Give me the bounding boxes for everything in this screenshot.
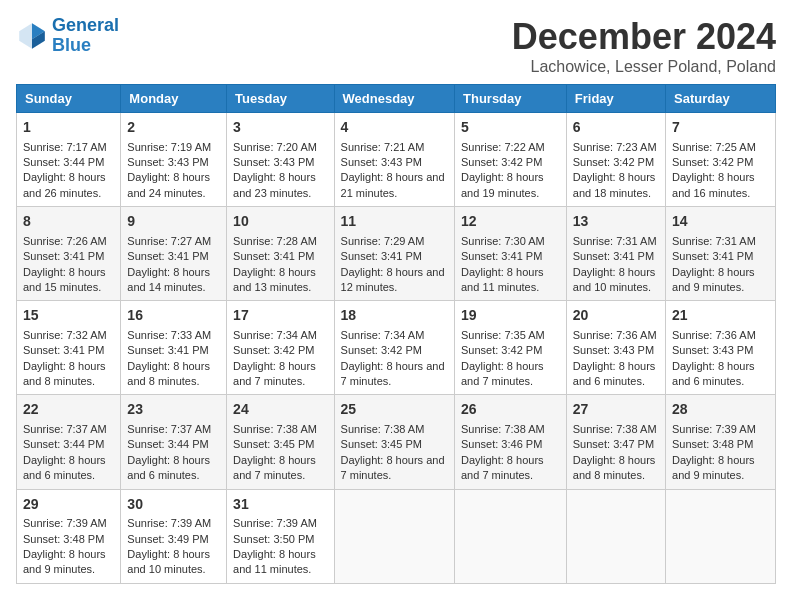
sunrise-text: Sunrise: 7:20 AM — [233, 141, 317, 153]
day-number: 28 — [672, 400, 769, 420]
day-number: 26 — [461, 400, 560, 420]
sunset-text: Sunset: 3:42 PM — [461, 344, 542, 356]
calendar-cell: 4Sunrise: 7:21 AMSunset: 3:43 PMDaylight… — [334, 113, 454, 207]
calendar-cell: 29Sunrise: 7:39 AMSunset: 3:48 PMDayligh… — [17, 489, 121, 583]
sunset-text: Sunset: 3:42 PM — [341, 344, 422, 356]
daylight-text: Daylight: 8 hours and 7 minutes. — [341, 454, 445, 481]
day-number: 5 — [461, 118, 560, 138]
sunset-text: Sunset: 3:41 PM — [23, 344, 104, 356]
calendar-cell: 11Sunrise: 7:29 AMSunset: 3:41 PMDayligh… — [334, 207, 454, 301]
col-header-monday: Monday — [121, 85, 227, 113]
daylight-text: Daylight: 8 hours and 7 minutes. — [461, 360, 544, 387]
calendar-cell: 1Sunrise: 7:17 AMSunset: 3:44 PMDaylight… — [17, 113, 121, 207]
sunrise-text: Sunrise: 7:21 AM — [341, 141, 425, 153]
calendar-cell — [334, 489, 454, 583]
daylight-text: Daylight: 8 hours and 24 minutes. — [127, 171, 210, 198]
calendar-cell: 27Sunrise: 7:38 AMSunset: 3:47 PMDayligh… — [566, 395, 665, 489]
day-number: 12 — [461, 212, 560, 232]
daylight-text: Daylight: 8 hours and 12 minutes. — [341, 266, 445, 293]
calendar-cell — [566, 489, 665, 583]
subtitle: Lachowice, Lesser Poland, Poland — [512, 58, 776, 76]
daylight-text: Daylight: 8 hours and 26 minutes. — [23, 171, 106, 198]
sunset-text: Sunset: 3:48 PM — [23, 533, 104, 545]
day-number: 6 — [573, 118, 659, 138]
sunrise-text: Sunrise: 7:32 AM — [23, 329, 107, 341]
calendar-cell: 7Sunrise: 7:25 AMSunset: 3:42 PMDaylight… — [666, 113, 776, 207]
calendar-cell: 22Sunrise: 7:37 AMSunset: 3:44 PMDayligh… — [17, 395, 121, 489]
sunrise-text: Sunrise: 7:38 AM — [233, 423, 317, 435]
sunset-text: Sunset: 3:43 PM — [233, 156, 314, 168]
day-number: 18 — [341, 306, 448, 326]
calendar-cell: 25Sunrise: 7:38 AMSunset: 3:45 PMDayligh… — [334, 395, 454, 489]
sunset-text: Sunset: 3:50 PM — [233, 533, 314, 545]
day-number: 9 — [127, 212, 220, 232]
calendar-cell — [455, 489, 567, 583]
logo: General Blue — [16, 16, 119, 56]
sunrise-text: Sunrise: 7:33 AM — [127, 329, 211, 341]
day-number: 17 — [233, 306, 327, 326]
sunset-text: Sunset: 3:41 PM — [672, 250, 753, 262]
daylight-text: Daylight: 8 hours and 7 minutes. — [461, 454, 544, 481]
calendar-cell: 5Sunrise: 7:22 AMSunset: 3:42 PMDaylight… — [455, 113, 567, 207]
sunset-text: Sunset: 3:41 PM — [23, 250, 104, 262]
week-row-1: 1Sunrise: 7:17 AMSunset: 3:44 PMDaylight… — [17, 113, 776, 207]
calendar-cell: 26Sunrise: 7:38 AMSunset: 3:46 PMDayligh… — [455, 395, 567, 489]
header-row: SundayMondayTuesdayWednesdayThursdayFrid… — [17, 85, 776, 113]
sunset-text: Sunset: 3:47 PM — [573, 438, 654, 450]
sunrise-text: Sunrise: 7:30 AM — [461, 235, 545, 247]
day-number: 25 — [341, 400, 448, 420]
calendar-cell: 20Sunrise: 7:36 AMSunset: 3:43 PMDayligh… — [566, 301, 665, 395]
day-number: 13 — [573, 212, 659, 232]
daylight-text: Daylight: 8 hours and 6 minutes. — [23, 454, 106, 481]
sunrise-text: Sunrise: 7:29 AM — [341, 235, 425, 247]
day-number: 16 — [127, 306, 220, 326]
logo-icon — [16, 20, 48, 52]
sunrise-text: Sunrise: 7:39 AM — [23, 517, 107, 529]
sunrise-text: Sunrise: 7:38 AM — [573, 423, 657, 435]
sunrise-text: Sunrise: 7:19 AM — [127, 141, 211, 153]
daylight-text: Daylight: 8 hours and 10 minutes. — [127, 548, 210, 575]
sunset-text: Sunset: 3:42 PM — [233, 344, 314, 356]
daylight-text: Daylight: 8 hours and 13 minutes. — [233, 266, 316, 293]
daylight-text: Daylight: 8 hours and 7 minutes. — [341, 360, 445, 387]
day-number: 20 — [573, 306, 659, 326]
sunrise-text: Sunrise: 7:31 AM — [672, 235, 756, 247]
sunset-text: Sunset: 3:43 PM — [672, 344, 753, 356]
day-number: 27 — [573, 400, 659, 420]
sunset-text: Sunset: 3:41 PM — [573, 250, 654, 262]
day-number: 22 — [23, 400, 114, 420]
sunset-text: Sunset: 3:43 PM — [573, 344, 654, 356]
sunset-text: Sunset: 3:41 PM — [233, 250, 314, 262]
sunrise-text: Sunrise: 7:28 AM — [233, 235, 317, 247]
sunset-text: Sunset: 3:41 PM — [341, 250, 422, 262]
sunrise-text: Sunrise: 7:23 AM — [573, 141, 657, 153]
sunset-text: Sunset: 3:43 PM — [127, 156, 208, 168]
calendar-cell: 21Sunrise: 7:36 AMSunset: 3:43 PMDayligh… — [666, 301, 776, 395]
calendar-cell: 14Sunrise: 7:31 AMSunset: 3:41 PMDayligh… — [666, 207, 776, 301]
daylight-text: Daylight: 8 hours and 11 minutes. — [461, 266, 544, 293]
sunset-text: Sunset: 3:46 PM — [461, 438, 542, 450]
calendar-cell: 17Sunrise: 7:34 AMSunset: 3:42 PMDayligh… — [227, 301, 334, 395]
col-header-wednesday: Wednesday — [334, 85, 454, 113]
sunrise-text: Sunrise: 7:25 AM — [672, 141, 756, 153]
daylight-text: Daylight: 8 hours and 14 minutes. — [127, 266, 210, 293]
sunrise-text: Sunrise: 7:37 AM — [127, 423, 211, 435]
day-number: 11 — [341, 212, 448, 232]
day-number: 14 — [672, 212, 769, 232]
calendar-table: SundayMondayTuesdayWednesdayThursdayFrid… — [16, 84, 776, 584]
calendar-cell: 31Sunrise: 7:39 AMSunset: 3:50 PMDayligh… — [227, 489, 334, 583]
calendar-cell: 28Sunrise: 7:39 AMSunset: 3:48 PMDayligh… — [666, 395, 776, 489]
daylight-text: Daylight: 8 hours and 6 minutes. — [127, 454, 210, 481]
col-header-sunday: Sunday — [17, 85, 121, 113]
calendar-cell — [666, 489, 776, 583]
day-number: 21 — [672, 306, 769, 326]
sunrise-text: Sunrise: 7:39 AM — [672, 423, 756, 435]
sunrise-text: Sunrise: 7:26 AM — [23, 235, 107, 247]
sunset-text: Sunset: 3:45 PM — [341, 438, 422, 450]
sunrise-text: Sunrise: 7:31 AM — [573, 235, 657, 247]
daylight-text: Daylight: 8 hours and 11 minutes. — [233, 548, 316, 575]
sunset-text: Sunset: 3:44 PM — [23, 438, 104, 450]
daylight-text: Daylight: 8 hours and 6 minutes. — [573, 360, 656, 387]
logo-text: General Blue — [52, 16, 119, 56]
calendar-cell: 23Sunrise: 7:37 AMSunset: 3:44 PMDayligh… — [121, 395, 227, 489]
